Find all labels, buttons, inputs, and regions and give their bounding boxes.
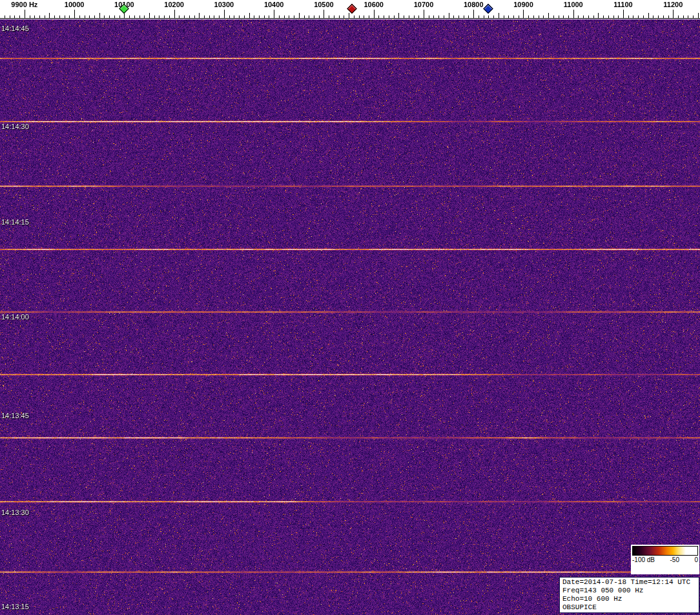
time-label: 14:14:00: [1, 313, 29, 321]
observation-info-box: Date=2014-07-18 Time=12:14 UTC Freq=143 …: [559, 577, 699, 613]
freq-tick-label: 10000: [65, 1, 85, 8]
info-freq-line: Freq=143 050 000 Hz: [562, 587, 696, 595]
freq-tick-label: 10600: [364, 1, 384, 8]
info-echo-line: Echo=10 600 Hz: [562, 595, 696, 603]
freq-tick-label: 10700: [414, 1, 434, 8]
colorbar-max-label: 0: [694, 556, 698, 563]
waterfall-canvas: [0, 19, 700, 615]
freq-tick-label: 10400: [264, 1, 284, 8]
colorbar-min-label: -100 dB: [632, 556, 655, 563]
waterfall-spectrogram-screen: 9900 Hz100001010010200103001040010500106…: [0, 0, 700, 615]
time-label: 14:13:45: [1, 412, 29, 419]
freq-tick-label: 10300: [214, 1, 234, 8]
freq-tick-label: 10200: [164, 1, 184, 8]
freq-tick-label: 10800: [464, 1, 484, 8]
time-label: 14:14:30: [1, 123, 29, 130]
waterfall-area[interactable]: 14:14:4514:14:3014:14:1514:14:0014:13:45…: [0, 19, 700, 615]
freq-tick-label: 11100: [613, 1, 632, 8]
colorbar-legend: -100 dB -50 0: [631, 545, 699, 574]
info-date-line: Date=2014-07-18 Time=12:14 UTC: [562, 578, 696, 587]
freq-tick-label: 9900 Hz: [11, 1, 37, 8]
time-label: 14:14:45: [1, 25, 29, 32]
time-label: 14:14:15: [1, 218, 29, 226]
colorbar-labels: -100 dB -50 0: [632, 556, 698, 563]
freq-tick-label: 11200: [663, 1, 683, 8]
colorbar-gradient: [632, 546, 698, 556]
freq-tick-label: 11000: [564, 1, 583, 8]
frequency-ruler[interactable]: 9900 Hz100001010010200103001040010500106…: [0, 0, 700, 19]
info-station-line: OBSUPICE: [562, 603, 696, 612]
time-label: 14:13:30: [1, 509, 29, 516]
freq-tick-label: 10900: [513, 1, 533, 8]
time-label: 14:13:15: [1, 603, 29, 610]
freq-tick-label: 10500: [314, 1, 334, 8]
colorbar-mid-label: -50: [670, 556, 679, 563]
